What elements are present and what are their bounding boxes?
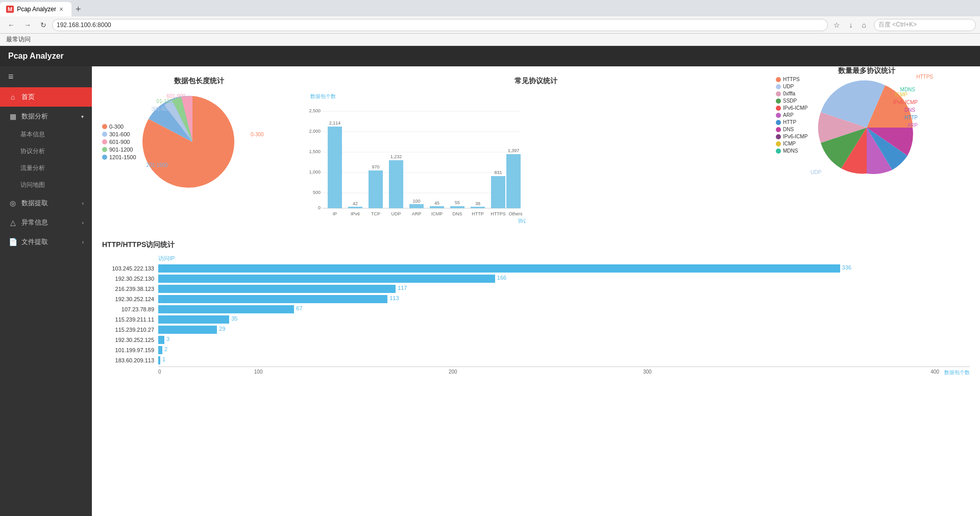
bar-label-4: 107.23.78.89: [102, 306, 158, 312]
legend-ssdp: SSDP: [776, 98, 812, 104]
bar-fill-4: [158, 305, 294, 313]
bar-label-1: 192.30.252.130: [102, 276, 158, 282]
svg-text:100: 100: [412, 199, 420, 204]
new-tab-button[interactable]: +: [71, 2, 85, 17]
tab-close-button[interactable]: ×: [59, 5, 63, 13]
svg-text:TCP: TCP: [371, 211, 380, 216]
legend-label-arp: ARP: [783, 112, 794, 118]
legend-ipv6-icmp2: IPv6-ICMP: [776, 134, 812, 139]
bar-value-5: 35: [231, 315, 237, 322]
legend-dot-icmp: [776, 141, 781, 146]
sidebar-item-anomaly[interactable]: △ 异常信息 ‹: [0, 213, 92, 232]
chevron-right-icon: ‹: [82, 201, 84, 206]
charts-row: 数据包长度统计 0-300 301-600: [102, 77, 970, 225]
legend-label-icmp: ICMP: [783, 141, 796, 146]
legend-dot-arp: [776, 113, 781, 118]
protocol-pie-svg-container: 数量最多协议统计: [816, 77, 918, 180]
sidebar-sub-item-protocol-analysis[interactable]: 协议分析: [0, 143, 92, 160]
legend-label-301-600: 301-600: [109, 131, 130, 137]
bar-label-5: 115.239.211.11: [102, 316, 158, 323]
back-button[interactable]: ←: [4, 19, 18, 31]
bar-value-8: 2: [164, 346, 167, 352]
svg-text:ARP: ARP: [412, 211, 422, 216]
forward-button[interactable]: →: [20, 19, 35, 31]
svg-text:1,500: 1,500: [309, 149, 321, 154]
svg-text:1,397: 1,397: [508, 148, 520, 153]
protocol-pie-inner: HTTPS UDP 0xfffa: [776, 77, 970, 180]
legend-item-1201-1500: 1201-1500: [102, 154, 136, 160]
bar-label-2: 216.239.38.123: [102, 286, 158, 292]
protocol-bar-chart: 常见协议统计 数据包个数 2,500 2,000 1,500 1,000 500…: [306, 77, 766, 225]
app-header: Pcap Analyzer: [0, 46, 980, 66]
legend-label-0-300: 0-300: [109, 124, 124, 130]
sidebar-item-file-extract[interactable]: 📄 文件提取 ‹: [0, 232, 92, 252]
pie-annotation-arp: ARP: [907, 122, 918, 128]
legend-dot-301-600: [102, 132, 107, 137]
pie-annotation-ipv6-icmp: IPv6-ICMP: [893, 100, 918, 105]
legend-label-1201-1500: 1201-1500: [109, 154, 136, 160]
svg-rect-18: [369, 170, 383, 208]
address-bar[interactable]: 192.168.100.6:8000: [52, 19, 828, 31]
sidebar-group-data-analysis: ▦ 数据分析 ▾ 基本信息 协议分析 流量分析 访问地图: [0, 107, 92, 193]
chevron-down-icon: ▾: [81, 114, 84, 119]
bar-bg-2: 117: [158, 285, 970, 293]
svg-text:IP: IP: [333, 211, 337, 216]
sidebar-sub-item-traffic-analysis[interactable]: 流量分析: [0, 160, 92, 177]
bar-fill-1: [158, 275, 495, 283]
bar-bg-1: 166: [158, 275, 970, 283]
legend-dot-0xfffa: [776, 91, 781, 96]
search-bar[interactable]: 百度 <Ctrl+K>: [874, 19, 976, 31]
protocol-pie-chart: HTTPS UDP 0xfffa: [776, 77, 970, 225]
bar-bg-4: 67: [158, 305, 970, 313]
svg-rect-20: [389, 160, 403, 208]
protocol-pie-title: 数量最多协议统计: [816, 66, 918, 76]
bar-label-3: 192.30.252.124: [102, 296, 158, 302]
sidebar-item-data-analysis-label: 数据分析: [21, 112, 48, 121]
tab-favicon: M: [6, 6, 14, 13]
bookmark-button[interactable]: ☆: [830, 19, 844, 31]
packet-length-chart: 数据包长度统计 0-300 301-600: [102, 77, 296, 225]
bar-value-6: 29: [219, 326, 225, 332]
x-tick-400: 400: [745, 369, 939, 376]
bar-bg-5: 35: [158, 315, 970, 324]
bookmarks-bar: 最常访问: [0, 34, 980, 46]
bar-fill-9: [158, 356, 160, 364]
legend-udp: UDP: [776, 84, 812, 89]
bar-fill-8: [158, 346, 162, 354]
bar-value-4: 67: [296, 305, 302, 311]
table-row: 107.23.78.89 67: [102, 305, 970, 313]
bar-fill-7: [158, 336, 164, 344]
sidebar-sub-item-access-map[interactable]: 访问地图: [0, 177, 92, 193]
x-axis: 0 100 200 300 400 数据包个数: [158, 366, 970, 376]
sidebar-item-home[interactable]: ⌂ 首页: [0, 87, 92, 107]
bar-label-6: 115.239.210.27: [102, 327, 158, 333]
annotation-201-1500: 201-1500: [146, 162, 168, 168]
sidebar-sub-item-basic-info[interactable]: 基本信息: [0, 126, 92, 143]
legend-label-901-1200: 901-1200: [109, 146, 133, 153]
bar-value-9: 1: [162, 356, 165, 362]
svg-rect-16: [348, 207, 362, 208]
sidebar-item-data-analysis[interactable]: ▦ 数据分析 ▾: [0, 107, 92, 126]
protocol-bar-title: 常见协议统计: [306, 77, 766, 86]
svg-text:数据包个数: 数据包个数: [310, 93, 336, 99]
bookmark-item[interactable]: 最常访问: [4, 35, 33, 44]
reload-button[interactable]: ↻: [37, 19, 50, 31]
app-body: ≡ ⌂ 首页 ▦ 数据分析 ▾ 基本信息 协议分析 流量分析 访问地图 ◎: [0, 66, 980, 516]
active-tab[interactable]: M Pcap Analyzer ×: [0, 2, 71, 16]
main-content: 数据包长度统计 0-300 301-600: [92, 66, 980, 516]
download-button[interactable]: ↓: [846, 19, 856, 31]
sidebar-menu-icon[interactable]: ≡: [0, 66, 92, 87]
legend-dot-ipv6-icmp2: [776, 134, 781, 139]
legend-item-901-1200: 901-1200: [102, 146, 136, 153]
svg-text:970: 970: [372, 164, 379, 169]
bar-fill-0: [158, 264, 840, 273]
x-tick-100: 100: [161, 369, 356, 376]
bar-label-7: 192.30.252.125: [102, 337, 158, 343]
sidebar-item-data-extract[interactable]: ◎ 数据提取 ‹: [0, 193, 92, 213]
pie-annotation-udp: UDP: [811, 169, 821, 175]
legend-item-301-600: 301-600: [102, 131, 136, 137]
http-title: HTTP/HTTPS访问统计: [102, 240, 970, 250]
home-button[interactable]: ⌂: [859, 19, 870, 31]
app-title: Pcap Analyzer: [8, 52, 64, 61]
legend-arp: ARP: [776, 112, 812, 118]
